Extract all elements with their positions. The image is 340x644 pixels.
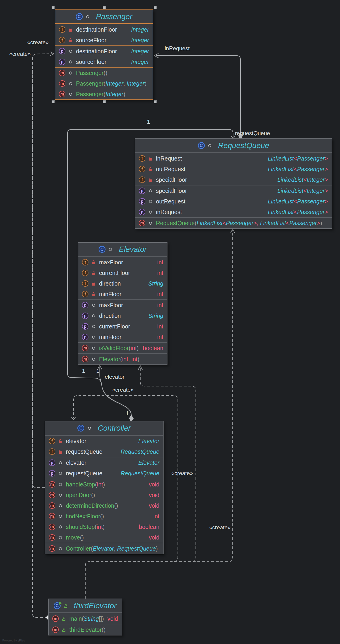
member-row-Passenger[interactable]: mPassenger() (55, 68, 153, 78)
member-row-specialFloor[interactable]: fspecialFloorLinkedList<Integer> (135, 174, 332, 185)
class-header[interactable]: CElevator (78, 243, 167, 256)
multiplicity-label: 1 (147, 119, 150, 124)
member-type: String (148, 312, 163, 319)
member-row-elevator[interactable]: felevatorElevator (45, 436, 163, 446)
member-row-inRequest[interactable]: finRequestLinkedList<Passenger> (135, 153, 332, 164)
type-segment: < (294, 155, 297, 162)
selection-handle[interactable] (52, 6, 55, 9)
type-segment: void (107, 616, 118, 622)
type-segment: , (124, 80, 127, 87)
member-row-shouldStop[interactable]: mshouldStop (int)boolean (45, 522, 163, 532)
private-lock-icon (91, 282, 96, 286)
uml-diagram-canvas[interactable]: «create» «create» «create» «create» «cre… (0, 0, 340, 644)
member-row-Passenger[interactable]: mPassenger(Integer, Integer) (55, 78, 153, 89)
type-segment: () (102, 626, 106, 633)
member-row-findNextFloor[interactable]: mfindNextFloor ()int (45, 511, 163, 522)
selection-handle[interactable] (103, 100, 106, 103)
member-row-main[interactable]: mmain(String[])void (49, 613, 122, 624)
private-lock-icon (91, 292, 96, 296)
member-row-requestQueue[interactable]: frequestQueueRequestQueue (45, 446, 163, 457)
member-type: void (149, 492, 160, 498)
member-type: int (157, 302, 163, 308)
member-row-thirdElevator[interactable]: mthirdElevator () (49, 624, 122, 635)
type-segment: ) (102, 616, 104, 622)
member-row-currentFloor[interactable]: pcurrentFloorint (78, 321, 167, 332)
public-visibility-icon (58, 461, 63, 464)
public-visibility-icon (91, 336, 96, 338)
member-row-determineDirection[interactable]: mdetermineDirection ()void (45, 500, 163, 511)
member-row-specialFloor[interactable]: pspecialFloorLinkedList<Integer> (135, 186, 332, 196)
member-row-maxFloor[interactable]: pmaxFloorint (78, 300, 167, 310)
type-segment: Integer (131, 48, 149, 54)
selection-handle[interactable] (52, 100, 55, 103)
member-type: RequestQueue (121, 448, 160, 455)
type-segment: ) (156, 545, 158, 552)
class-node-passenger[interactable]: CPassengerfdestinationFloorIntegerfsourc… (55, 10, 153, 100)
member-type: int (157, 334, 163, 340)
member-row-handleStop[interactable]: mhandleStop (int)void (45, 479, 163, 490)
member-row-destinationFloor[interactable]: pdestinationFloorInteger (55, 46, 153, 56)
selection-handle[interactable] (154, 6, 157, 9)
member-row-minFloor[interactable]: fminFloorint (78, 289, 167, 300)
member-name: Passenger (76, 70, 104, 76)
member-name: openDoor (66, 492, 91, 498)
selection-handle[interactable] (154, 100, 157, 103)
member-row-outRequest[interactable]: foutRequestLinkedList<Passenger> (135, 164, 332, 174)
public-visibility-icon (68, 50, 73, 53)
type-segment: Integer (131, 37, 149, 43)
member-row-Elevator[interactable]: mElevator (int, int) (78, 354, 167, 364)
member-row-Controller[interactable]: mController (Elevator, RequestQueue) (45, 543, 163, 554)
type-segment: < (294, 209, 297, 215)
public-visibility-icon (68, 60, 73, 64)
class-node-controller[interactable]: CControllerfelevatorElevatorfrequestQueu… (45, 421, 164, 554)
member-name: minFloor (99, 291, 121, 298)
member-row-direction[interactable]: pdirectionString (78, 310, 167, 321)
class-node-requestqueue[interactable]: CRequestQueuefinRequestLinkedList<Passen… (135, 138, 332, 229)
member-section: mhandleStop (int)voidmopenDoor ()voidmde… (45, 478, 163, 543)
member-name: requestQueue (66, 470, 102, 477)
member-row-sourceFloor[interactable]: psourceFloorInteger (55, 56, 153, 67)
type-segment: ) (145, 80, 146, 87)
type-segment: String (84, 616, 99, 622)
type-segment: > (325, 188, 328, 194)
member-row-Passenger[interactable]: mPassenger(Integer) (55, 89, 153, 100)
type-segment: Integer (106, 80, 124, 87)
create-label-thirdelevator-controller: «create» (112, 387, 134, 392)
class-header[interactable]: CController (45, 422, 163, 435)
member-row-RequestQueue[interactable]: mRequestQueue(LinkedList<Passenger>, Lin… (135, 218, 332, 228)
member-name: Passenger (76, 91, 104, 98)
selection-handle[interactable] (103, 6, 106, 9)
member-type: void (149, 502, 160, 509)
member-row-move[interactable]: mmove ()void (45, 532, 163, 543)
class-header[interactable]: CthirdElevator (49, 599, 122, 613)
public-visibility-icon (91, 325, 96, 328)
type-segment: LinkedList (277, 188, 303, 194)
member-row-elevator[interactable]: pelevatorElevator (45, 458, 163, 468)
field-icon: f (59, 37, 65, 43)
type-segment: void (149, 502, 160, 509)
member-row-destinationFloor[interactable]: fdestinationFloorInteger (55, 24, 153, 35)
class-node-elevator[interactable]: CElevatorfmaxFloorintfcurrentFloorintfdi… (78, 242, 168, 365)
class-header[interactable]: CPassenger (55, 10, 153, 24)
member-row-sourceFloor[interactable]: fsourceFloorInteger (55, 35, 153, 46)
member-row-requestQueue[interactable]: prequestQueueRequestQueue (45, 468, 163, 478)
member-row-direction[interactable]: fdirectionString (78, 278, 167, 289)
private-lock-icon (58, 439, 63, 443)
type-segment: ( (104, 91, 106, 97)
class-header[interactable]: CRequestQueue (135, 139, 332, 153)
member-row-currentFloor[interactable]: fcurrentFloorint (78, 268, 167, 278)
class-node-thirdelevator[interactable]: CthirdElevatormmain(String[])voidmthirdE… (48, 598, 122, 636)
runnable-class-icon: C (54, 602, 61, 609)
member-row-maxFloor[interactable]: fmaxFloorint (78, 257, 167, 268)
assoc-requestqueue-passenger-inrequest[interactable] (156, 56, 240, 133)
type-segment: Integer (307, 176, 325, 183)
member-row-isValidFloor[interactable]: misValidFloor (int)boolean (78, 343, 167, 353)
member-row-minFloor[interactable]: pminFloorint (78, 332, 167, 342)
type-segment: , (128, 356, 131, 362)
public-open-lock-icon (63, 604, 68, 608)
member-row-openDoor[interactable]: mopenDoor ()void (45, 490, 163, 500)
member-row-inRequest[interactable]: pinRequestLinkedList<Passenger> (135, 207, 332, 217)
type-segment: < (294, 166, 297, 172)
member-row-outRequest[interactable]: poutRequestLinkedList<Passenger> (135, 196, 332, 207)
type-segment: int (157, 334, 163, 340)
